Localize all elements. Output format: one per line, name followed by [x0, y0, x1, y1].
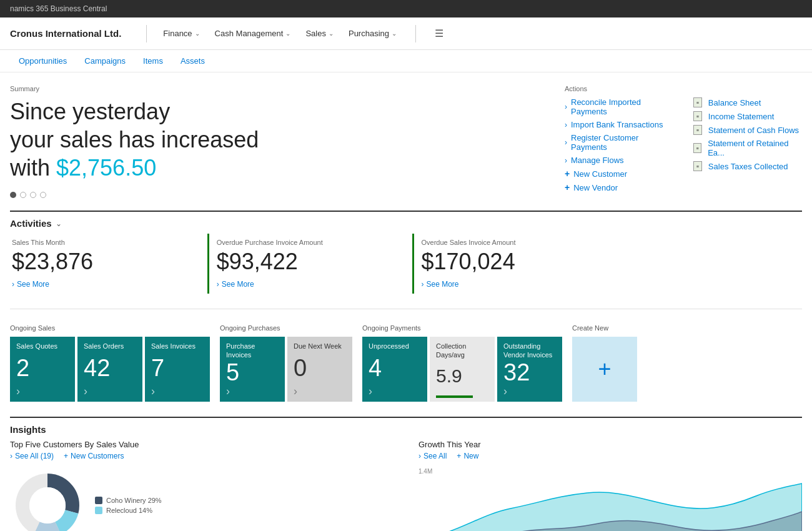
- actions-label: Actions: [565, 85, 802, 92]
- y-axis-label: 1.4M: [418, 468, 802, 475]
- activity-card-overdue-sales: Overdue Sales Invoice Amount $170,024 › …: [412, 234, 617, 294]
- actions-columns: › Reconcile Imported Payments › Import B…: [565, 97, 802, 192]
- activities-title: Activities: [10, 218, 52, 229]
- tile-unprocessed[interactable]: Unprocessed 4 ›: [362, 337, 427, 402]
- subnav-opportunities[interactable]: Opportunities: [10, 51, 76, 71]
- chevron-right-icon: ›: [565, 102, 567, 111]
- chevron-right-icon: ›: [10, 452, 12, 460]
- action-manage-flows[interactable]: › Manage Flows: [565, 156, 673, 165]
- donut-chart-svg: [10, 468, 85, 531]
- dot-1[interactable]: [10, 192, 16, 198]
- insight-new-customers[interactable]: + New Customers: [64, 452, 124, 460]
- nav-finance[interactable]: Finance ⌄: [157, 25, 205, 42]
- tile-value: 42: [84, 356, 136, 380]
- document-icon: ≡: [693, 161, 702, 171]
- insight-block-title: Growth This Year: [418, 440, 802, 449]
- summary-label: Summary: [10, 85, 540, 92]
- activity-card-sales: Sales This Month $23,876 › See More: [10, 234, 207, 294]
- document-icon: ≡: [693, 97, 702, 107]
- chevron-right-icon: ›: [151, 385, 155, 398]
- tile-collection-days[interactable]: Collection Days/avg 5.9: [430, 337, 495, 402]
- nav-sales[interactable]: Sales ⌄: [299, 25, 340, 42]
- donut-chart: Coho Winery 29% Relecloud 14%: [10, 468, 394, 531]
- insight-new[interactable]: + New: [457, 452, 478, 460]
- action-new-vendor[interactable]: + New Vendor: [565, 182, 673, 192]
- nav-divider-2: [415, 25, 416, 42]
- ongoing-section: Ongoing Sales Sales Quotes 2 › Sales Ord…: [10, 324, 802, 402]
- activities-header: Activities ⌄: [10, 211, 802, 234]
- action-income-statement[interactable]: ≡ Income Statement: [693, 111, 802, 121]
- action-cash-flows[interactable]: ≡ Statement of Cash Flows: [693, 125, 802, 135]
- chevron-right-icon: ›: [418, 452, 421, 460]
- tile-value: 5: [226, 360, 279, 384]
- dot-4[interactable]: [40, 192, 46, 198]
- action-register-payments[interactable]: › Register Customer Payments: [565, 133, 673, 152]
- area-chart-svg: [418, 477, 802, 531]
- action-retained-earnings[interactable]: ≡ Statement of Retained Ea...: [693, 139, 802, 157]
- activity-label: Overdue Purchase Invoice Amount: [217, 239, 402, 246]
- document-icon: ≡: [693, 111, 702, 121]
- tile-sales-orders[interactable]: Sales Orders 42 ›: [77, 337, 142, 402]
- dot-3[interactable]: [30, 192, 36, 198]
- ongoing-sales-group: Ongoing Sales Sales Quotes 2 › Sales Ord…: [10, 324, 210, 402]
- see-more-link[interactable]: › See More: [12, 280, 197, 289]
- insight-see-all[interactable]: › See All (19): [10, 452, 54, 460]
- area-chart: [418, 477, 802, 531]
- nav-menu: Finance ⌄ Cash Management ⌄ Sales ⌄ Purc…: [157, 24, 802, 43]
- insight-top-customers: Top Five Customers By Sales Value › See …: [10, 440, 394, 531]
- activity-value: $170,024: [422, 249, 607, 275]
- activity-label: Sales This Month: [12, 239, 197, 246]
- plus-icon: +: [457, 452, 461, 460]
- plus-icon: +: [598, 356, 611, 382]
- collection-bar: [436, 395, 473, 398]
- action-balance-sheet[interactable]: ≡ Balance Sheet: [693, 97, 802, 107]
- create-new-tile[interactable]: +: [572, 337, 637, 402]
- subnav-items[interactable]: Items: [134, 51, 172, 71]
- action-sales-taxes[interactable]: ≡ Sales Taxes Collected: [693, 161, 802, 171]
- tile-label: Collection Days/avg: [436, 342, 488, 360]
- chevron-down-icon[interactable]: ⌄: [56, 219, 62, 228]
- activity-card-purchase: Overdue Purchase Invoice Amount $93,422 …: [207, 234, 412, 294]
- company-logo: Cronus International Ltd.: [10, 28, 121, 39]
- action-new-customer[interactable]: + New Customer: [565, 169, 673, 179]
- chevron-down-icon: ⌄: [329, 30, 334, 37]
- summary-line3-prefix: with: [10, 155, 56, 181]
- see-more-link[interactable]: › See More: [217, 280, 402, 289]
- main-content: Summary Since yesterday your sales has i…: [0, 72, 812, 531]
- insight-sub-actions: › See All + New: [418, 452, 802, 460]
- summary-amount: $2,756.50: [56, 155, 156, 181]
- chevron-right-icon: ›: [565, 138, 567, 147]
- chevron-down-icon: ⌄: [392, 30, 397, 37]
- nav-cash-management[interactable]: Cash Management ⌄: [209, 25, 297, 42]
- tile-label: Unprocessed: [369, 342, 421, 350]
- action-import-bank[interactable]: › Import Bank Transactions: [565, 120, 673, 129]
- chevron-right-icon: ›: [503, 385, 507, 398]
- dot-2[interactable]: [20, 192, 26, 198]
- tile-due-next-week[interactable]: Due Next Week 0 ›: [287, 337, 352, 402]
- see-more-link[interactable]: › See More: [422, 280, 607, 289]
- tile-label: Sales Orders: [84, 342, 136, 350]
- insight-growth: Growth This Year › See All + New 1.4M: [418, 440, 802, 531]
- chevron-right-icon: ›: [217, 280, 219, 289]
- nav-purchasing[interactable]: Purchasing ⌄: [342, 25, 403, 42]
- subnav-assets[interactable]: Assets: [172, 51, 214, 71]
- legend-color: [95, 497, 102, 504]
- chevron-right-icon: ›: [565, 156, 567, 165]
- tile-sales-quotes[interactable]: Sales Quotes 2 ›: [10, 337, 75, 402]
- action-reconcile[interactable]: › Reconcile Imported Payments: [565, 97, 673, 116]
- chevron-right-icon: ›: [226, 385, 230, 398]
- subnav-campaigns[interactable]: Campaigns: [76, 51, 134, 71]
- nav-divider: [146, 25, 147, 42]
- tile-value: 5.9: [436, 367, 488, 385]
- tile-value: 2: [16, 356, 69, 380]
- ongoing-payments-title: Ongoing Payments: [362, 324, 562, 332]
- activity-value: $93,422: [217, 249, 402, 275]
- tile-label: Sales Quotes: [16, 342, 69, 350]
- tile-sales-invoices[interactable]: Sales Invoices 7 ›: [145, 337, 210, 402]
- tile-purchase-invoices[interactable]: Purchase Invoices 5 ›: [220, 337, 285, 402]
- insight-block-title: Top Five Customers By Sales Value: [10, 440, 394, 449]
- tile-vendor-invoices[interactable]: Outstanding Vendor Invoices 32 ›: [497, 337, 562, 402]
- insight-see-all[interactable]: › See All: [418, 452, 447, 460]
- tile-label: Sales Invoices: [151, 342, 204, 350]
- hamburger-menu[interactable]: ☰: [428, 24, 450, 43]
